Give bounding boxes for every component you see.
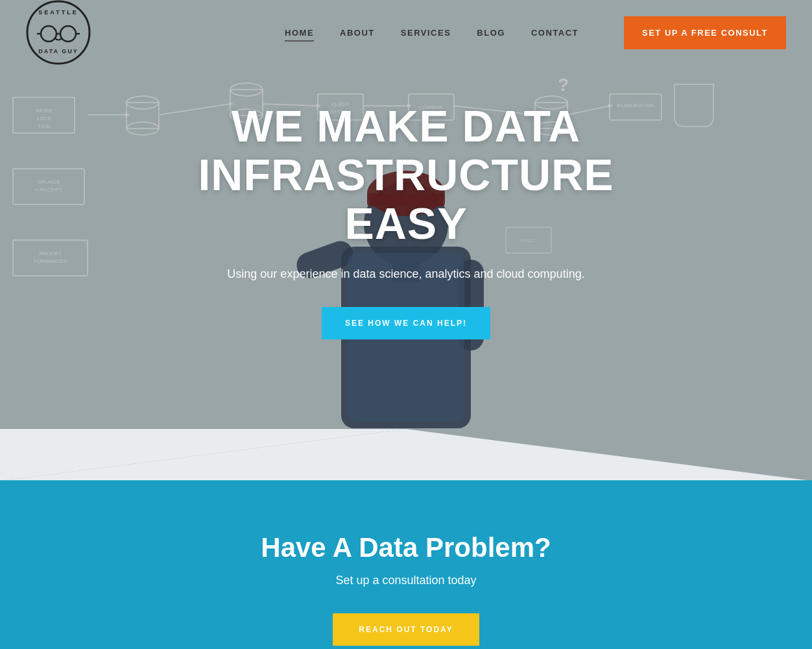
nav-item-about[interactable]: ABOUT [340, 27, 375, 38]
svg-text:?: ? [558, 75, 569, 95]
nav-link-about[interactable]: ABOUT [340, 28, 375, 38]
reach-out-button[interactable]: REACH OUT TODAY [333, 613, 479, 646]
nav-cta-item[interactable]: SET UP A FREE CONSULT [624, 16, 786, 49]
nav-links: HOME ABOUT SERVICES BLOG CONTACT SET UP … [285, 16, 786, 49]
blue-section-subtext: Set up a consultation today [26, 574, 786, 587]
svg-text:SEATTLE: SEATTLE [38, 9, 78, 16]
logo[interactable]: SEATTLE DATA GUY [26, 0, 91, 65]
svg-text:DATA GUY: DATA GUY [38, 48, 78, 55]
navigation: SEATTLE DATA GUY HOME ABOUT SERVICES BLO… [0, 0, 812, 65]
hero-title: WE MAKE DATA INFRASTRUCTURE EASY [65, 102, 747, 247]
hero-subtitle: Using our experience in data science, an… [65, 267, 747, 281]
svg-point-2 [60, 26, 76, 42]
svg-point-1 [41, 26, 56, 42]
nav-item-services[interactable]: SERVICES [401, 27, 451, 38]
logo-icon: SEATTLE DATA GUY [26, 0, 91, 65]
nav-item-blog[interactable]: BLOG [477, 27, 505, 38]
nav-link-services[interactable]: SERVICES [401, 28, 451, 38]
nav-item-home[interactable]: HOME [285, 27, 314, 38]
hero-section: INORE LOCA TION GRUNGE + RECEIPT RECEIPT… [0, 0, 812, 480]
see-how-button[interactable]: SEE HOW WE CAN HELP! [322, 307, 490, 339]
nav-item-contact[interactable]: CONTACT [531, 27, 579, 38]
hero-diagonal-cut [0, 429, 812, 480]
nav-link-home[interactable]: HOME [285, 28, 314, 42]
nav-link-contact[interactable]: CONTACT [531, 28, 579, 38]
hero-content: WE MAKE DATA INFRASTRUCTURE EASY Using o… [0, 102, 812, 339]
blue-section-heading: Have A Data Problem? [26, 532, 786, 563]
free-consult-button[interactable]: SET UP A FREE CONSULT [624, 16, 786, 49]
blue-section: Have A Data Problem? Set up a consultati… [0, 480, 812, 649]
nav-link-blog[interactable]: BLOG [477, 28, 505, 38]
